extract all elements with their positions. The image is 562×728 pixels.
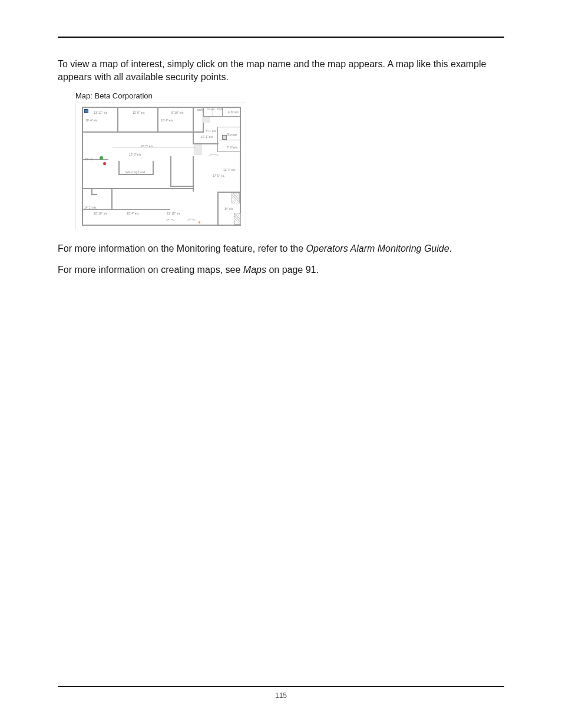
dim-label: 17' 5" r.o. bbox=[213, 174, 225, 177]
room-label: bath bbox=[197, 108, 203, 111]
floorplan: 13' 11" e/s 12' 0" e/s 8' 10" e/s 10' 4"… bbox=[75, 103, 246, 229]
wall bbox=[193, 107, 194, 144]
dim-label: 4' 8" e/s bbox=[228, 110, 239, 114]
hatched-area bbox=[234, 213, 241, 225]
dim-label: 10' 4" e/s bbox=[127, 212, 139, 215]
dim-label: 8' 10" e/s bbox=[171, 111, 184, 114]
wall bbox=[157, 107, 158, 133]
wall bbox=[217, 127, 241, 127]
intro-paragraph: To view a map of interest, simply click … bbox=[58, 58, 504, 83]
room-label: Waist high wall bbox=[125, 170, 145, 174]
map-title: Map: Beta Corporation bbox=[75, 91, 246, 100]
dim-label: 13' 11" e/s bbox=[94, 111, 107, 114]
wall bbox=[217, 151, 241, 152]
door-arc bbox=[207, 154, 221, 168]
dim-label: 14' 1" e/s bbox=[84, 206, 97, 209]
wall bbox=[170, 186, 194, 187]
dim-label: 12' 4" e/s bbox=[223, 168, 236, 172]
door-arc bbox=[186, 219, 197, 229]
paragraph-2: For more information on the Monitoring f… bbox=[58, 242, 504, 255]
para2-italic: Operators Alarm Monitoring Guide bbox=[306, 243, 449, 253]
room-label: 14' e/s bbox=[224, 207, 233, 210]
door-arc bbox=[164, 219, 176, 229]
dim-line bbox=[82, 209, 170, 210]
dim-label: 12' 0" e/s bbox=[133, 111, 145, 114]
room-label: Storage bbox=[227, 133, 237, 136]
wall bbox=[153, 161, 154, 175]
security-point-alarm-icon bbox=[103, 162, 106, 165]
wall bbox=[217, 140, 241, 140]
dim-label: 8' 0" e/s bbox=[206, 129, 216, 133]
dim-label: 10' 10" e/s bbox=[94, 212, 107, 215]
page-number: 115 bbox=[275, 691, 287, 700]
map-title-prefix: Map: bbox=[75, 91, 95, 100]
para2-prefix: For more information on the Monitoring f… bbox=[58, 243, 306, 253]
dim-label: 26' 6" e/s bbox=[141, 144, 153, 148]
wall bbox=[118, 161, 120, 175]
top-rule bbox=[58, 37, 504, 38]
wall bbox=[217, 192, 219, 225]
wall bbox=[82, 225, 241, 226]
shaded-area bbox=[203, 117, 210, 123]
shaded-area bbox=[194, 144, 202, 155]
room-label: bath bbox=[217, 107, 223, 111]
room-label: closet bbox=[207, 107, 214, 111]
page-footer: 115 bbox=[58, 686, 504, 700]
hatched-area bbox=[232, 193, 240, 203]
wall bbox=[217, 127, 218, 151]
wall bbox=[82, 131, 203, 133]
paragraph-3: For more information on creating maps, s… bbox=[58, 263, 504, 276]
wall bbox=[91, 188, 92, 194]
para2-suffix: . bbox=[449, 243, 452, 253]
wall bbox=[240, 107, 241, 226]
wall bbox=[118, 174, 154, 175]
wall bbox=[91, 194, 97, 195]
para3-italic: Maps bbox=[243, 265, 266, 275]
security-point-star-icon: ✶ bbox=[197, 220, 201, 225]
document-page: To view a map of interest, simply click … bbox=[0, 0, 562, 728]
security-point-panel-icon bbox=[84, 109, 88, 113]
wall bbox=[117, 107, 118, 133]
para3-prefix: For more information on creating maps, s… bbox=[58, 265, 243, 275]
wall bbox=[170, 156, 171, 186]
wall bbox=[82, 107, 83, 225]
dim-line bbox=[113, 147, 195, 147]
room-label: 10' 4" e/s bbox=[85, 118, 98, 122]
para3-suffix: on page 91. bbox=[266, 265, 319, 275]
map-title-name: Beta Corporation bbox=[95, 91, 153, 100]
security-point-device-icon bbox=[222, 135, 227, 140]
dim-label: 20' e/s bbox=[85, 157, 94, 161]
dim-label: 10' 1" e/s bbox=[201, 135, 213, 139]
map-figure: Map: Beta Corporation bbox=[75, 91, 246, 229]
wall bbox=[82, 188, 194, 189]
wall bbox=[111, 188, 113, 209]
dim-label: 10' 8" e/s bbox=[129, 153, 141, 156]
room-label: 10' 4" e/s bbox=[161, 118, 173, 122]
dim-label: 7' 8" e/s bbox=[227, 146, 237, 149]
dim-label: 21' 10" e/s bbox=[167, 212, 180, 215]
